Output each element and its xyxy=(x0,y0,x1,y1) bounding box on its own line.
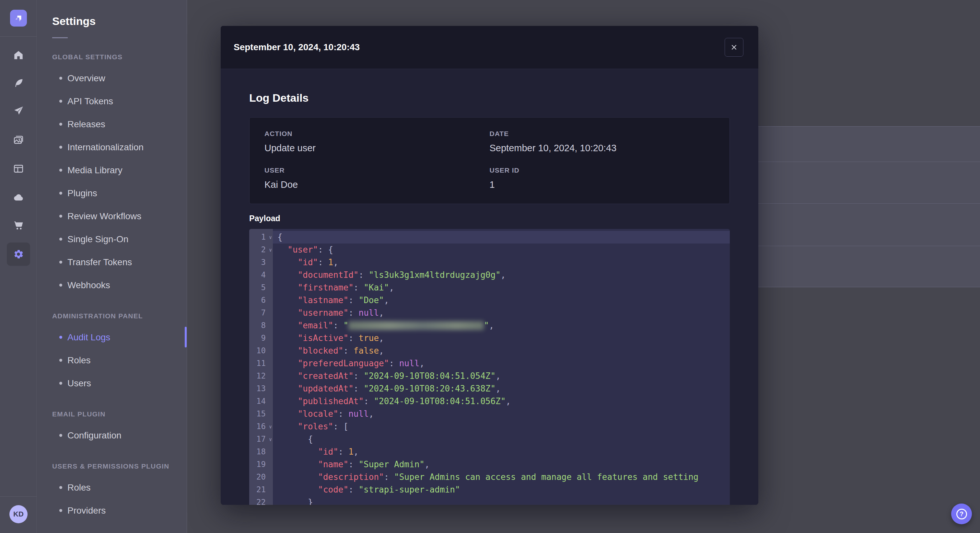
code-line: 1∨{ xyxy=(249,231,730,244)
sidebar-item-media-library[interactable]: Media Library xyxy=(37,159,187,182)
field-value: September 10, 2024, 10:20:43 xyxy=(490,143,715,154)
rail-divider xyxy=(0,497,37,497)
line-number: 1∨ xyxy=(249,231,273,244)
sidebar-item-review-workflows[interactable]: Review Workflows xyxy=(37,205,187,228)
code-line: 18 "id": 1, xyxy=(249,446,730,458)
bullet-icon xyxy=(59,261,62,263)
strapi-settings-screen: KD Settings GLOBAL SETTINGSOverviewAPI T… xyxy=(0,0,980,533)
code-line-content: "updatedAt": "2024-09-10T08:20:43.638Z", xyxy=(273,382,730,395)
code-line-content: "firstname": "Kai", xyxy=(273,281,730,294)
nav-sections: GLOBAL SETTINGSOverviewAPI TokensRelease… xyxy=(37,53,187,522)
code-line: 17∨ { xyxy=(249,433,730,446)
close-x-glyph xyxy=(730,43,738,51)
line-number: 17∨ xyxy=(249,433,273,446)
sidebar-item-users[interactable]: Users xyxy=(37,372,187,395)
sidebar-item-label: Roles xyxy=(67,482,91,493)
code-line: 9 "isActive": true, xyxy=(249,332,730,344)
line-number: 15 xyxy=(249,408,273,420)
code-line-content: "id": 1, xyxy=(273,446,730,458)
sidebar-item-overview[interactable]: Overview xyxy=(37,67,187,90)
sidebar-item-providers[interactable]: Providers xyxy=(37,499,187,522)
sidebar-item-configuration[interactable]: Configuration xyxy=(37,424,187,447)
line-number: 13 xyxy=(249,382,273,395)
bullet-icon xyxy=(59,100,62,103)
strapi-logo[interactable] xyxy=(10,10,27,27)
cloud-icon[interactable] xyxy=(7,186,30,209)
field-user-id: USER ID1 xyxy=(490,167,715,190)
home-icon[interactable] xyxy=(7,43,30,67)
code-line: 13 "updatedAt": "2024-09-10T08:20:43.638… xyxy=(249,382,730,395)
log-details-modal: September 10, 2024, 10:20:43 Log Details… xyxy=(221,26,758,505)
close-icon[interactable] xyxy=(725,38,743,57)
chevron-down-icon[interactable]: ∨ xyxy=(269,244,272,256)
settings-nav: Settings GLOBAL SETTINGSOverviewAPI Toke… xyxy=(37,0,187,533)
line-number: 11 xyxy=(249,357,273,370)
icon-rail: KD xyxy=(0,0,37,533)
code-line-content: "name": "Super Admin", xyxy=(273,458,730,471)
code-line: 19 "name": "Super Admin", xyxy=(249,458,730,471)
line-number: 3 xyxy=(249,256,273,269)
line-number: 16∨ xyxy=(249,420,273,433)
payload-code-editor[interactable]: 1∨{2∨ "user": {3 "id": 1,4 "documentId":… xyxy=(249,229,730,505)
gear-icon[interactable] xyxy=(7,243,30,266)
code-line-content: "email": "", xyxy=(273,319,730,332)
avatar[interactable]: KD xyxy=(10,505,27,523)
code-line: 4 "documentId": "ls3uk3g1xm4ltdrdugzajg0… xyxy=(249,269,730,281)
chevron-down-icon[interactable]: ∨ xyxy=(269,421,272,433)
sidebar-item-label: Transfer Tokens xyxy=(67,257,132,268)
sidebar-item-label: Configuration xyxy=(67,430,121,441)
sidebar-item-label: Roles xyxy=(67,355,91,366)
field-value: 1 xyxy=(490,179,715,190)
nav-section-label: EMAIL PLUGIN xyxy=(52,410,172,418)
sidebar-item-label: Media Library xyxy=(67,165,123,176)
paper-plane-icon[interactable] xyxy=(7,99,30,123)
media-library-icon[interactable] xyxy=(7,128,30,152)
code-line: 22 } xyxy=(249,496,730,505)
code-line: 3 "id": 1, xyxy=(249,256,730,269)
code-line-content: "publishedAt": "2024-09-10T08:04:51.056Z… xyxy=(273,395,730,408)
code-line-content: "preferedLanguage": null, xyxy=(273,357,730,370)
sidebar-item-roles[interactable]: Roles xyxy=(37,349,187,372)
code-line-content: "locale": null, xyxy=(273,408,730,420)
layout-icon[interactable] xyxy=(7,157,30,180)
sidebar-item-internationalization[interactable]: Internationalization xyxy=(37,136,187,159)
sidebar-item-webhooks[interactable]: Webhooks xyxy=(37,274,187,297)
sidebar-item-plugins[interactable]: Plugins xyxy=(37,182,187,205)
chevron-down-icon[interactable]: ∨ xyxy=(269,232,272,243)
sidebar-item-label: Releases xyxy=(67,119,105,130)
sidebar-item-roles[interactable]: Roles xyxy=(37,476,187,499)
sidebar-item-audit-logs[interactable]: Audit Logs xyxy=(37,326,187,349)
redacted-email-value xyxy=(348,321,484,330)
field-value: Kai Doe xyxy=(264,179,490,190)
field-value: Update user xyxy=(264,143,490,154)
rail-divider xyxy=(0,36,37,36)
page-title: Settings xyxy=(52,15,187,27)
sidebar-item-transfer-tokens[interactable]: Transfer Tokens xyxy=(37,251,187,274)
nav-section-email-plugin: EMAIL PLUGINConfiguration xyxy=(37,410,187,447)
sidebar-item-label: Users xyxy=(67,378,91,389)
line-number: 2∨ xyxy=(249,244,273,256)
bullet-icon xyxy=(59,215,62,217)
field-action: ACTIONUpdate user xyxy=(264,130,490,154)
code-line: 14 "publishedAt": "2024-09-10T08:04:51.0… xyxy=(249,395,730,408)
line-number: 14 xyxy=(249,395,273,408)
sidebar-item-releases[interactable]: Releases xyxy=(37,113,187,136)
sidebar-item-label: Overview xyxy=(67,73,105,84)
feather-icon[interactable] xyxy=(7,71,30,95)
chevron-down-icon[interactable]: ∨ xyxy=(269,434,272,445)
sidebar-item-api-tokens[interactable]: API Tokens xyxy=(37,90,187,113)
bullet-icon xyxy=(59,434,62,437)
field-label: DATE xyxy=(490,130,715,138)
code-line: 10 "blocked": false, xyxy=(249,344,730,357)
cart-icon[interactable] xyxy=(7,214,30,237)
line-number: 21 xyxy=(249,484,273,496)
code-line-content: "isActive": true, xyxy=(273,332,730,344)
strapi-logo-icon xyxy=(13,13,24,24)
code-line: 12 "createdAt": "2024-09-10T08:04:51.054… xyxy=(249,370,730,382)
bullet-icon xyxy=(59,238,62,241)
line-number: 19 xyxy=(249,458,273,471)
line-number: 18 xyxy=(249,446,273,458)
bullet-icon xyxy=(59,359,62,362)
sidebar-item-single-sign-on[interactable]: Single Sign-On xyxy=(37,228,187,251)
help-button[interactable]: ? xyxy=(951,503,972,524)
